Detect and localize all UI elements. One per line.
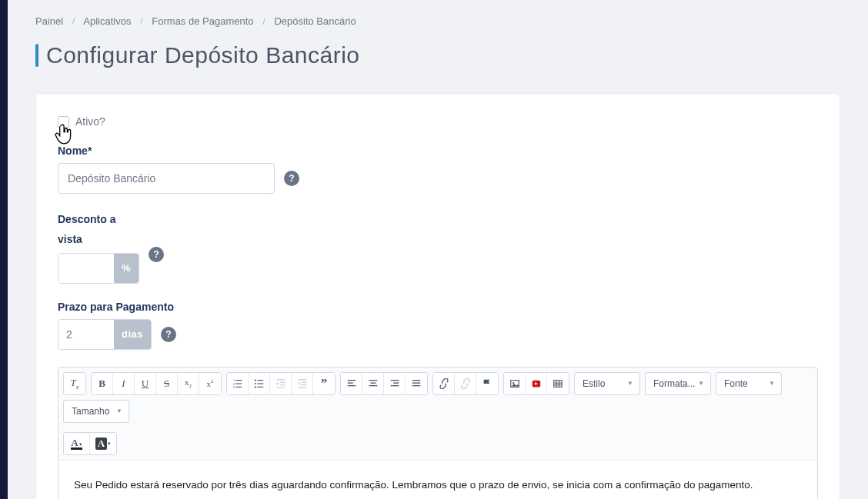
toolbar-group-color: A▾ A▾ (63, 432, 117, 455)
desconto-input-group: % (58, 253, 139, 284)
format-select[interactable]: Formata... (645, 372, 711, 395)
flag-button[interactable] (476, 373, 498, 394)
page-title: Configurar Depósito Bancário (35, 42, 840, 68)
toolbar-group-clear: Tx (63, 372, 86, 395)
indent-button[interactable] (292, 373, 313, 394)
desconto-label-1: Desconto a (58, 211, 115, 228)
prazo-unit: dias (114, 320, 151, 349)
toolbar-group-align (340, 372, 428, 395)
nome-row: Nome* ? (58, 145, 818, 194)
unlink-button[interactable] (455, 373, 476, 394)
svg-point-10 (254, 383, 255, 384)
nome-label: Nome* (58, 145, 818, 157)
prazo-input[interactable] (58, 320, 114, 349)
desconto-label-2: vista (58, 231, 82, 248)
desconto-input[interactable] (58, 254, 114, 283)
remove-format-button[interactable]: Tx (64, 373, 85, 394)
align-right-button[interactable] (384, 373, 406, 394)
outdent-button[interactable] (270, 373, 292, 394)
breadcrumb-sep: / (72, 15, 75, 27)
breadcrumb: Painel / Aplicativos / Formas de Pagamen… (35, 15, 840, 27)
video-button[interactable] (526, 373, 547, 394)
svg-point-11 (254, 386, 255, 388)
svg-text:3: 3 (232, 385, 235, 389)
prazo-row: Prazo para Pagamento dias ? (58, 301, 818, 350)
editor-content[interactable]: Seu Pedido estará reservado por três dia… (58, 461, 817, 499)
svg-point-35 (512, 382, 514, 384)
page-content: Painel / Aplicativos / Formas de Pagamen… (8, 0, 868, 499)
nome-input[interactable] (58, 163, 275, 194)
bg-color-button[interactable]: A▾ (90, 433, 116, 454)
text-color-button[interactable]: A▾ (64, 433, 90, 454)
toolbar-group-insert (503, 372, 569, 395)
align-justify-button[interactable] (406, 373, 427, 394)
form-card: Ativo? Nome* ? Desconto a vista (35, 93, 840, 499)
prazo-label: Prazo para Pagamento (58, 301, 818, 313)
desconto-unit: % (114, 254, 139, 283)
strike-button[interactable]: S (156, 373, 178, 394)
bullet-list-button[interactable] (249, 373, 270, 394)
table-button[interactable] (547, 373, 569, 394)
sidebar-strip (0, 0, 8, 499)
editor-toolbar: Tx B I U S x2 x2 123 (58, 368, 817, 461)
toolbar-group-list: 123 ” (226, 372, 336, 395)
breadcrumb-sep: / (140, 15, 143, 27)
subscript-button[interactable]: x2 (178, 373, 199, 394)
image-button[interactable] (504, 373, 526, 394)
underline-button[interactable]: U (135, 373, 156, 394)
ativo-checkbox[interactable] (58, 116, 69, 128)
superscript-button[interactable]: x2 (199, 373, 221, 394)
size-select[interactable]: Tamanho (63, 400, 129, 423)
align-left-button[interactable] (341, 373, 362, 394)
breadcrumb-current: Depósito Bancário (274, 15, 356, 27)
desconto-row: Desconto a vista % ? (58, 211, 818, 284)
font-select[interactable]: Fonte (716, 372, 782, 395)
ativo-row: Ativo? (58, 115, 818, 128)
blockquote-button[interactable]: ” (313, 373, 335, 394)
breadcrumb-link-formas[interactable]: Formas de Pagamento (152, 15, 253, 27)
help-icon[interactable]: ? (284, 171, 299, 186)
style-select[interactable]: Estilo (574, 372, 640, 395)
help-icon[interactable]: ? (149, 247, 164, 262)
rich-text-editor: Tx B I U S x2 x2 123 (58, 367, 818, 499)
italic-button[interactable]: I (113, 373, 135, 394)
prazo-input-group: dias (58, 319, 152, 350)
toolbar-group-link (432, 372, 499, 395)
align-center-button[interactable] (362, 373, 384, 394)
breadcrumb-sep: / (262, 15, 265, 27)
breadcrumb-link-painel[interactable]: Painel (35, 15, 63, 27)
toolbar-group-style: B I U S x2 x2 (91, 372, 222, 395)
ativo-label: Ativo? (75, 115, 105, 128)
svg-marker-21 (298, 382, 300, 385)
bold-button[interactable]: B (92, 373, 113, 394)
breadcrumb-link-aplicativos[interactable]: Aplicativos (83, 15, 131, 27)
svg-point-9 (254, 379, 255, 381)
svg-rect-38 (554, 380, 563, 387)
help-icon[interactable]: ? (161, 327, 176, 342)
link-button[interactable] (433, 373, 455, 394)
numbered-list-button[interactable]: 123 (227, 373, 249, 394)
svg-marker-16 (276, 382, 279, 385)
